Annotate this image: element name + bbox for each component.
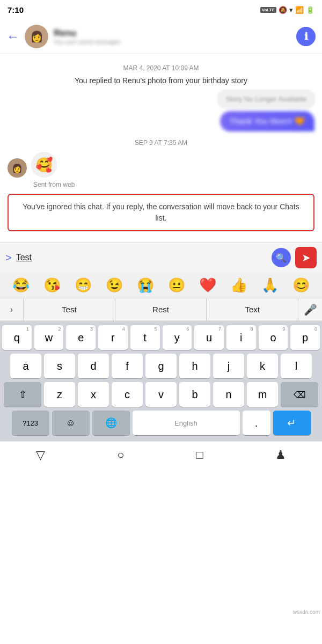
emoji-message: 🥰 — [31, 152, 57, 178]
outgoing-message-group: Story No Longer Available Thank You Mom!… — [8, 90, 314, 131]
nav-home[interactable]: ○ — [117, 448, 124, 462]
emoji-laugh[interactable]: 😂 — [12, 277, 30, 294]
story-bubble: Story No Longer Available — [218, 90, 314, 108]
key-x[interactable]: x — [78, 382, 109, 407]
key-shift[interactable]: ⇧ — [4, 382, 41, 407]
key-n[interactable]: n — [213, 382, 244, 407]
contact-avatar-small: 👩 — [8, 158, 27, 178]
keyboard: 1q 2w 3e 4r 5t 6y 7u 8i 9o 0p a s d f g … — [0, 321, 322, 441]
bottom-nav: ▽ ○ □ ♟ — [0, 441, 322, 468]
emoji-wink[interactable]: 😉 — [106, 277, 123, 294]
nav-back[interactable]: ▽ — [36, 448, 45, 462]
key-r[interactable]: 4r — [98, 325, 128, 350]
ignored-notice: You've ignored this chat. If you reply, … — [8, 194, 314, 231]
key-a[interactable]: a — [10, 354, 41, 378]
emoji-pray[interactable]: 🙏 — [261, 277, 279, 294]
send-button[interactable]: ➤ — [295, 247, 317, 268]
keyboard-row-1: 1q 2w 3e 4r 5t 6y 7u 8i 9o 0p — [2, 325, 320, 350]
key-enter[interactable]: ↵ — [273, 411, 311, 435]
chat-area: MAR 4, 2020 AT 10:09 AM You replied to R… — [0, 54, 322, 242]
input-row: > 🔍 ➤ — [0, 242, 322, 273]
emoji-smile[interactable]: 😊 — [292, 277, 310, 294]
key-e[interactable]: 3e — [66, 325, 96, 350]
key-l[interactable]: l — [281, 354, 312, 378]
volte-badge: VoLTE — [260, 7, 276, 13]
timestamp-mar: MAR 4, 2020 AT 10:09 AM — [8, 64, 314, 72]
key-p[interactable]: 0p — [290, 325, 320, 350]
avatar: 👩 — [25, 25, 48, 48]
keyboard-row-2: a s d f g h j k l — [2, 354, 320, 378]
search-button[interactable]: 🔍 — [272, 248, 291, 267]
key-q[interactable]: 1q — [2, 325, 32, 350]
key-w[interactable]: 2w — [34, 325, 64, 350]
contact-name: Renu — [54, 28, 296, 39]
emoji-kiss[interactable]: 😘 — [43, 277, 61, 294]
send-icon: ➤ — [302, 251, 311, 264]
nav-assist[interactable]: ♟ — [275, 448, 286, 462]
key-period[interactable]: . — [243, 411, 270, 435]
key-k[interactable]: k — [247, 354, 278, 378]
wifi-icon: ▾ — [289, 6, 293, 14]
key-i[interactable]: 8i — [226, 325, 256, 350]
sent-from-web: Sent from web — [33, 181, 314, 188]
status-icons: VoLTE 🔕 ▾ 📶 🔋 — [260, 6, 314, 14]
key-d[interactable]: d — [78, 354, 109, 378]
autocomplete-expand-button[interactable]: › — [0, 298, 24, 320]
chat-input[interactable] — [16, 253, 267, 262]
key-c[interactable]: c — [112, 382, 143, 407]
emoji-thumbsup[interactable]: 👍 — [230, 277, 247, 294]
key-symbols[interactable]: ?123 — [12, 411, 49, 435]
context-text: You replied to Renu's photo from your bi… — [8, 76, 314, 85]
key-s[interactable]: s — [44, 354, 75, 378]
chat-header: ← 👩 Renu You can't send messages ℹ — [0, 19, 322, 54]
keyboard-row-4: ?123 ☺ 🌐 English . ↵ — [2, 411, 320, 435]
key-h[interactable]: h — [179, 354, 210, 378]
search-icon: 🔍 — [276, 253, 287, 263]
header-info: Renu You can't send messages — [54, 28, 296, 45]
mic-button[interactable]: 🎤 — [298, 298, 322, 320]
info-button[interactable]: ℹ — [296, 27, 316, 46]
keyboard-row-3: ⇧ z x c v b n m ⌫ — [2, 382, 320, 407]
autocomplete-rest[interactable]: Rest — [115, 298, 207, 320]
key-backspace[interactable]: ⌫ — [281, 382, 318, 407]
nav-recents[interactable]: □ — [196, 448, 203, 462]
key-g[interactable]: g — [145, 354, 177, 378]
key-z[interactable]: z — [44, 382, 75, 407]
key-space[interactable]: English — [133, 411, 240, 435]
expand-button[interactable]: > — [5, 252, 12, 264]
autocomplete-text[interactable]: Text — [207, 298, 298, 320]
autocomplete-test[interactable]: Test — [24, 298, 115, 320]
key-t[interactable]: 5t — [130, 325, 160, 350]
key-f[interactable]: f — [112, 354, 143, 378]
key-j[interactable]: j — [213, 354, 244, 378]
mute-icon: 🔕 — [279, 6, 287, 14]
key-v[interactable]: v — [145, 382, 177, 407]
contact-subtitle: You can't send messages — [54, 39, 296, 45]
key-u[interactable]: 7u — [194, 325, 224, 350]
emoji-grin[interactable]: 😁 — [75, 277, 92, 294]
timestamp-sep: SEP 9 AT 7:35 AM — [8, 139, 314, 147]
autocomplete-row: › Test Rest Text 🎤 — [0, 298, 322, 321]
back-button[interactable]: ← — [6, 29, 19, 44]
status-time: 7:10 — [8, 5, 24, 14]
emoji-cry[interactable]: 😭 — [137, 277, 154, 294]
key-emoji-smiley[interactable]: ☺ — [52, 411, 90, 435]
emoji-row: 😂 😘 😁 😉 😭 😐 ❤️ 👍 🙏 😊 — [0, 273, 322, 298]
status-bar: 7:10 VoLTE 🔕 ▾ 📶 🔋 — [0, 0, 322, 19]
emoji-neutral[interactable]: 😐 — [168, 277, 185, 294]
key-globe[interactable]: 🌐 — [92, 411, 130, 435]
incoming-message-row: 👩 🥰 — [8, 152, 314, 178]
key-o[interactable]: 9o — [259, 325, 288, 350]
key-b[interactable]: b — [179, 382, 210, 407]
battery-icon: 🔋 — [306, 6, 314, 14]
emoji-heart[interactable]: ❤️ — [199, 277, 216, 294]
key-m[interactable]: m — [247, 382, 278, 407]
outgoing-bubble: Thank You Mom!! 🧡 — [220, 111, 314, 131]
key-y[interactable]: 6y — [163, 325, 192, 350]
watermark: wsxdn.com — [291, 608, 322, 616]
signal-icon: 📶 — [295, 6, 304, 14]
